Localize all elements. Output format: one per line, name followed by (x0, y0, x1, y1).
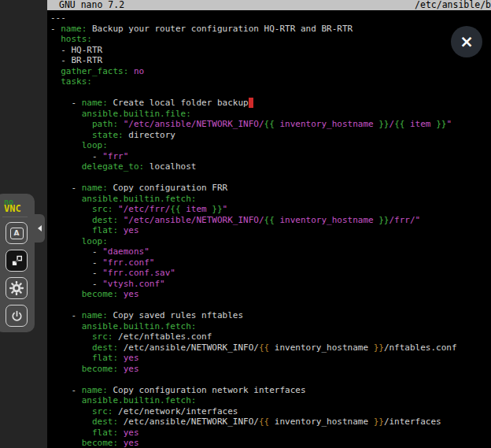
code-line: become: yes (50, 438, 491, 448)
code-line: - name: Create local folder backup (50, 98, 491, 109)
code-line: --- (50, 13, 491, 24)
code-line (50, 172, 491, 183)
code-line: - "frr.conf.sav" (50, 268, 491, 279)
code-line (50, 87, 491, 98)
code-line: src: "/etc/frr/{{ item }}" (50, 204, 491, 215)
code-line: - "daemons" (50, 246, 491, 257)
code-line: path: "/etc/ansible/NETWORK_INFO/{{ inve… (50, 119, 491, 130)
code-line: flat: yes (50, 428, 491, 439)
nano-file-path: /etc/ansible/b (415, 0, 491, 10)
text-cursor (249, 98, 254, 108)
nano-titlebar: GNU nano 7.2 /etc/ansible/b (47, 0, 491, 10)
code-line: - "frr.conf" (50, 257, 491, 268)
code-line: loop: (50, 236, 491, 247)
power-button[interactable] (6, 305, 28, 327)
panel-collapse-handle[interactable] (35, 214, 45, 243)
code-line: loop: (50, 140, 491, 151)
code-line: - name: Copy configuration network inter… (50, 385, 491, 396)
power-icon (10, 309, 24, 323)
keyboard-a-icon: A (10, 228, 24, 239)
collapse-left-arrow-icon (38, 225, 42, 231)
code-line: src: /etc/nftables.conf (50, 331, 491, 342)
novnc-logo-vnc: VNC (4, 205, 28, 213)
code-line: hosts: (50, 34, 491, 45)
close-icon: × (460, 26, 474, 57)
panel-divider (2, 217, 28, 217)
code-line: dest: "/etc/ansible/NETWORK_INFO/{{ inve… (50, 215, 491, 226)
code-line (50, 374, 491, 385)
settings-button[interactable] (6, 277, 28, 299)
code-line: flat: yes (50, 353, 491, 364)
code-line: - name: Copy saved rules nftables (50, 310, 491, 321)
code-line: dest: /etc/ansible/NETWORK_INFO/{{ inven… (50, 342, 491, 354)
code-line: - name: Copy configuration FRR (50, 183, 491, 194)
code-line: ansible.builtin.fetch: (50, 321, 491, 332)
close-button[interactable]: × (451, 26, 482, 57)
code-line: ansible.builtin.file: (50, 109, 491, 120)
code-line: tasks: (50, 76, 491, 87)
code-line: become: yes (50, 364, 491, 375)
code-line: flat: yes (50, 225, 491, 236)
code-line: gather_facts: no (50, 66, 491, 77)
code-line: - "frr" (50, 151, 491, 162)
code-line: become: yes (50, 289, 491, 300)
code-line: ansible.builtin.fetch: (50, 194, 491, 205)
nano-version-title: GNU nano 7.2 (47, 0, 124, 10)
keyboard-button[interactable]: A (6, 222, 28, 244)
code-line: ansible.builtin.fetch: (50, 395, 491, 406)
code-line (50, 300, 491, 311)
code-line: - HQ-RTR (50, 45, 491, 56)
code-line: src: /etc/network/interfaces (50, 406, 491, 417)
novnc-logo: no VNC (4, 198, 28, 213)
editor-lines[interactable]: ---- name: Backup your router configurat… (50, 13, 491, 448)
fullscreen-icon (11, 255, 23, 267)
fullscreen-button[interactable] (6, 250, 28, 272)
vnc-control-panel: no VNC A (0, 194, 35, 332)
gear-icon (9, 280, 24, 296)
code-line: delegate_to: localhost (50, 161, 491, 172)
code-line: - "vtysh.conf" (50, 279, 491, 290)
code-line: state: directory (50, 130, 491, 141)
code-line: - BR-RTR (50, 55, 491, 66)
code-line: - name: Backup your router configuration… (50, 24, 491, 35)
code-line: dest: /etc/ansible/NETWORK_INFO/{{ inven… (50, 417, 491, 428)
vnc-screen-terminal[interactable]: GNU nano 7.2 /etc/ansible/b ---- name: B… (47, 0, 491, 448)
